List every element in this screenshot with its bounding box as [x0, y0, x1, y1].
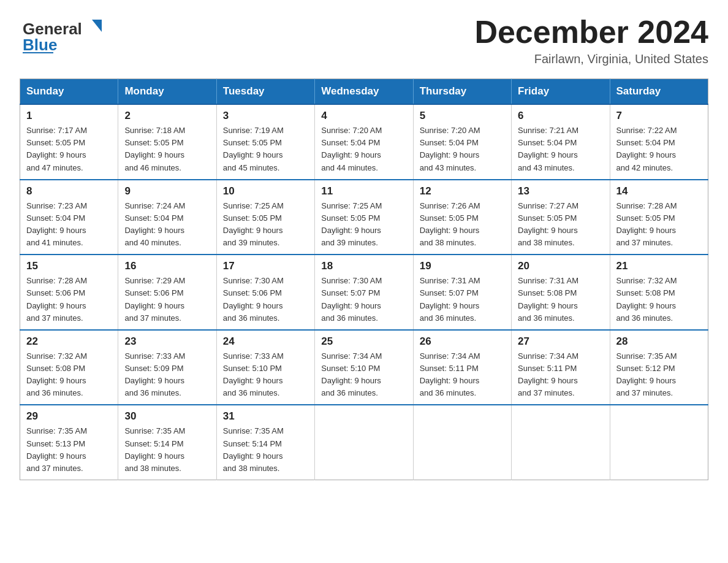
page-header: General Blue December 2024 Fairlawn, Vir…	[20, 15, 708, 66]
day-info: Sunrise: 7:17 AMSunset: 5:05 PMDaylight:…	[26, 124, 112, 174]
day-info: Sunrise: 7:34 AMSunset: 5:11 PMDaylight:…	[420, 350, 505, 400]
day-info: Sunrise: 7:35 AMSunset: 5:14 PMDaylight:…	[223, 425, 308, 475]
day-number: 6	[518, 110, 603, 122]
day-info: Sunrise: 7:33 AMSunset: 5:09 PMDaylight:…	[124, 350, 210, 400]
day-number: 4	[321, 110, 406, 122]
day-info: Sunrise: 7:24 AMSunset: 5:04 PMDaylight:…	[124, 200, 210, 250]
calendar-table: SundayMondayTuesdayWednesdayThursdayFrid…	[20, 79, 708, 480]
calendar-day-cell: 30 Sunrise: 7:35 AMSunset: 5:14 PMDaylig…	[118, 405, 216, 480]
calendar-day-cell: 3 Sunrise: 7:19 AMSunset: 5:05 PMDayligh…	[216, 104, 314, 180]
day-info: Sunrise: 7:19 AMSunset: 5:05 PMDaylight:…	[223, 124, 308, 174]
calendar-day-cell: 14 Sunrise: 7:28 AMSunset: 5:05 PMDaylig…	[610, 180, 708, 255]
calendar-day-cell: 15 Sunrise: 7:28 AMSunset: 5:06 PMDaylig…	[20, 255, 118, 330]
day-number: 5	[420, 110, 505, 122]
day-number: 29	[26, 410, 112, 423]
day-info: Sunrise: 7:35 AMSunset: 5:12 PMDaylight:…	[616, 350, 702, 400]
calendar-day-cell: 8 Sunrise: 7:23 AMSunset: 5:04 PMDayligh…	[20, 180, 118, 255]
calendar-day-cell: 20 Sunrise: 7:31 AMSunset: 5:08 PMDaylig…	[512, 255, 610, 330]
day-number: 22	[26, 335, 112, 348]
location: Fairlawn, Virginia, United States	[474, 52, 708, 66]
day-info: Sunrise: 7:25 AMSunset: 5:05 PMDaylight:…	[223, 200, 308, 250]
calendar-day-cell: 17 Sunrise: 7:30 AMSunset: 5:06 PMDaylig…	[216, 255, 314, 330]
day-of-week-header: Monday	[118, 79, 216, 105]
calendar-day-cell: 25 Sunrise: 7:34 AMSunset: 5:10 PMDaylig…	[315, 330, 413, 405]
calendar-day-cell: 4 Sunrise: 7:20 AMSunset: 5:04 PMDayligh…	[315, 104, 413, 180]
calendar-day-cell: 9 Sunrise: 7:24 AMSunset: 5:04 PMDayligh…	[118, 180, 216, 255]
day-info: Sunrise: 7:30 AMSunset: 5:07 PMDaylight:…	[321, 275, 406, 324]
day-number: 1	[26, 110, 112, 122]
day-number: 12	[420, 185, 505, 197]
calendar-day-cell: 6 Sunrise: 7:21 AMSunset: 5:04 PMDayligh…	[512, 104, 610, 180]
day-number: 13	[518, 185, 603, 197]
calendar-header: SundayMondayTuesdayWednesdayThursdayFrid…	[20, 79, 708, 105]
calendar-day-cell: 12 Sunrise: 7:26 AMSunset: 5:05 PMDaylig…	[413, 180, 511, 255]
calendar-day-cell: 7 Sunrise: 7:22 AMSunset: 5:04 PMDayligh…	[610, 104, 708, 180]
calendar-day-cell: 24 Sunrise: 7:33 AMSunset: 5:10 PMDaylig…	[216, 330, 314, 405]
day-number: 11	[321, 185, 406, 197]
day-info: Sunrise: 7:20 AMSunset: 5:04 PMDaylight:…	[321, 124, 406, 174]
day-info: Sunrise: 7:32 AMSunset: 5:08 PMDaylight:…	[26, 350, 112, 400]
calendar-day-cell: 19 Sunrise: 7:31 AMSunset: 5:07 PMDaylig…	[413, 255, 511, 330]
calendar-week-row: 15 Sunrise: 7:28 AMSunset: 5:06 PMDaylig…	[20, 255, 708, 330]
day-number: 27	[518, 335, 603, 348]
calendar-day-cell: 1 Sunrise: 7:17 AMSunset: 5:05 PMDayligh…	[20, 104, 118, 180]
day-info: Sunrise: 7:27 AMSunset: 5:05 PMDaylight:…	[518, 200, 603, 250]
day-number: 8	[26, 185, 112, 197]
day-info: Sunrise: 7:33 AMSunset: 5:10 PMDaylight:…	[223, 350, 308, 400]
day-number: 18	[321, 260, 406, 272]
calendar-week-row: 22 Sunrise: 7:32 AMSunset: 5:08 PMDaylig…	[20, 330, 708, 405]
day-info: Sunrise: 7:26 AMSunset: 5:05 PMDaylight:…	[420, 200, 505, 250]
day-number: 26	[420, 335, 505, 348]
calendar-day-cell	[610, 405, 708, 480]
day-info: Sunrise: 7:35 AMSunset: 5:13 PMDaylight:…	[26, 425, 112, 475]
day-info: Sunrise: 7:20 AMSunset: 5:04 PMDaylight:…	[420, 124, 505, 174]
day-of-week-header: Thursday	[413, 79, 511, 105]
calendar-day-cell: 5 Sunrise: 7:20 AMSunset: 5:04 PMDayligh…	[413, 104, 511, 180]
day-info: Sunrise: 7:23 AMSunset: 5:04 PMDaylight:…	[26, 200, 112, 250]
calendar-day-cell: 23 Sunrise: 7:33 AMSunset: 5:09 PMDaylig…	[118, 330, 216, 405]
calendar-week-row: 1 Sunrise: 7:17 AMSunset: 5:05 PMDayligh…	[20, 104, 708, 180]
title-section: December 2024 Fairlawn, Virginia, United…	[474, 15, 708, 66]
day-info: Sunrise: 7:34 AMSunset: 5:11 PMDaylight:…	[518, 350, 603, 400]
calendar-day-cell: 2 Sunrise: 7:18 AMSunset: 5:05 PMDayligh…	[118, 104, 216, 180]
day-number: 23	[124, 335, 210, 348]
calendar-week-row: 8 Sunrise: 7:23 AMSunset: 5:04 PMDayligh…	[20, 180, 708, 255]
day-number: 10	[223, 185, 308, 197]
day-of-week-header: Wednesday	[315, 79, 413, 105]
day-info: Sunrise: 7:22 AMSunset: 5:04 PMDaylight:…	[616, 124, 702, 174]
day-info: Sunrise: 7:25 AMSunset: 5:05 PMDaylight:…	[321, 200, 406, 250]
day-number: 19	[420, 260, 505, 272]
month-title: December 2024	[474, 15, 708, 50]
day-of-week-header: Saturday	[610, 79, 708, 105]
day-number: 20	[518, 260, 603, 272]
day-number: 16	[124, 260, 210, 272]
calendar-day-cell: 22 Sunrise: 7:32 AMSunset: 5:08 PMDaylig…	[20, 330, 118, 405]
day-of-week-header: Tuesday	[216, 79, 314, 105]
day-info: Sunrise: 7:31 AMSunset: 5:08 PMDaylight:…	[518, 275, 603, 324]
day-of-week-header: Sunday	[20, 79, 118, 105]
calendar-day-cell: 21 Sunrise: 7:32 AMSunset: 5:08 PMDaylig…	[610, 255, 708, 330]
day-info: Sunrise: 7:21 AMSunset: 5:04 PMDaylight:…	[518, 124, 603, 174]
day-number: 24	[223, 335, 308, 348]
calendar-day-cell: 29 Sunrise: 7:35 AMSunset: 5:13 PMDaylig…	[20, 405, 118, 480]
day-info: Sunrise: 7:35 AMSunset: 5:14 PMDaylight:…	[124, 425, 210, 475]
day-number: 9	[124, 185, 210, 197]
calendar-day-cell: 18 Sunrise: 7:30 AMSunset: 5:07 PMDaylig…	[315, 255, 413, 330]
calendar-week-row: 29 Sunrise: 7:35 AMSunset: 5:13 PMDaylig…	[20, 405, 708, 480]
calendar-day-cell: 31 Sunrise: 7:35 AMSunset: 5:14 PMDaylig…	[216, 405, 314, 480]
day-info: Sunrise: 7:28 AMSunset: 5:06 PMDaylight:…	[26, 275, 112, 324]
calendar-body: 1 Sunrise: 7:17 AMSunset: 5:05 PMDayligh…	[20, 104, 708, 480]
calendar-day-cell	[512, 405, 610, 480]
calendar-day-cell: 13 Sunrise: 7:27 AMSunset: 5:05 PMDaylig…	[512, 180, 610, 255]
day-number: 14	[616, 185, 702, 197]
day-number: 7	[616, 110, 702, 122]
day-number: 21	[616, 260, 702, 272]
calendar-day-cell: 27 Sunrise: 7:34 AMSunset: 5:11 PMDaylig…	[512, 330, 610, 405]
calendar-day-cell: 16 Sunrise: 7:29 AMSunset: 5:06 PMDaylig…	[118, 255, 216, 330]
calendar-day-cell: 10 Sunrise: 7:25 AMSunset: 5:05 PMDaylig…	[216, 180, 314, 255]
day-info: Sunrise: 7:34 AMSunset: 5:10 PMDaylight:…	[321, 350, 406, 400]
day-number: 28	[616, 335, 702, 348]
day-info: Sunrise: 7:31 AMSunset: 5:07 PMDaylight:…	[420, 275, 505, 324]
calendar-day-cell	[413, 405, 511, 480]
calendar-day-cell: 28 Sunrise: 7:35 AMSunset: 5:12 PMDaylig…	[610, 330, 708, 405]
